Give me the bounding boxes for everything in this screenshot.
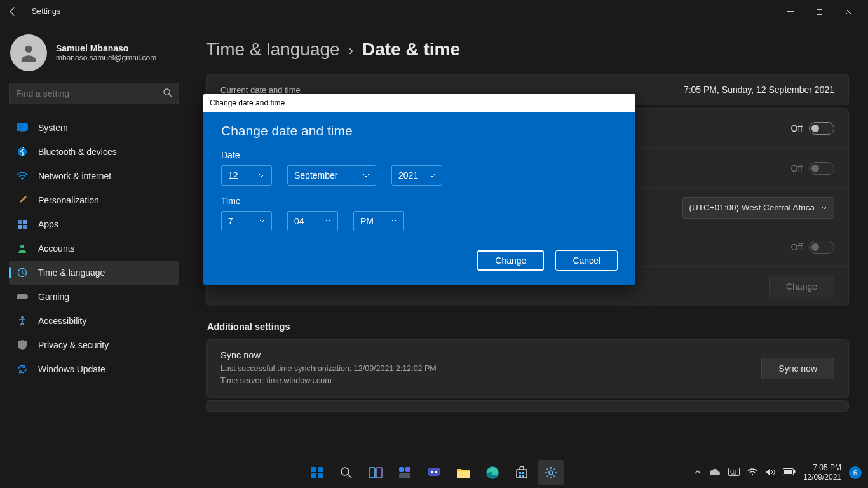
minute-select[interactable]: 04 bbox=[287, 211, 338, 231]
user-email: mbanaso.samuel@gmail.com bbox=[56, 53, 156, 62]
dialog-titlebar: Change date and time bbox=[203, 94, 635, 112]
svg-rect-33 bbox=[519, 475, 521, 477]
chat[interactable] bbox=[421, 460, 447, 485]
profile[interactable]: Samuel Mbanaso mbanaso.samuel@gmail.com bbox=[10, 34, 187, 71]
change-button[interactable]: Change bbox=[769, 276, 834, 297]
taskbar: 7:05 PM 12/09/2021 6 bbox=[0, 458, 868, 488]
keyboard-icon[interactable] bbox=[728, 468, 740, 478]
widgets[interactable] bbox=[392, 460, 417, 485]
svg-point-11 bbox=[20, 245, 24, 248]
nav-privacy[interactable]: Privacy & security bbox=[9, 333, 179, 357]
hour-select[interactable]: 7 bbox=[221, 211, 272, 231]
dialog-heading: Change date and time bbox=[221, 123, 618, 139]
nav-label: Accounts bbox=[38, 243, 75, 254]
svg-point-26 bbox=[431, 471, 433, 473]
window-title: Settings bbox=[32, 7, 60, 16]
svg-rect-30 bbox=[517, 470, 527, 478]
chevron-down-icon bbox=[429, 172, 435, 179]
maximize-button[interactable] bbox=[804, 1, 834, 22]
taskbar-search[interactable] bbox=[334, 460, 359, 485]
ampm-select[interactable]: PM bbox=[353, 211, 404, 231]
chevron-down-icon bbox=[325, 218, 331, 224]
day-select[interactable]: 12 bbox=[221, 165, 272, 186]
edge-browser[interactable] bbox=[480, 460, 505, 485]
nav-label: Gaming bbox=[38, 292, 69, 302]
nav-windows-update[interactable]: Windows Update bbox=[9, 357, 179, 381]
svg-rect-4 bbox=[20, 132, 25, 133]
date-label: Date bbox=[221, 150, 618, 160]
chevron-down-icon bbox=[821, 205, 827, 211]
nav-time-language[interactable]: Time & language bbox=[9, 261, 179, 285]
nav-label: Personalization bbox=[38, 195, 99, 205]
volume-icon[interactable] bbox=[765, 468, 775, 478]
nav-label: Windows Update bbox=[38, 364, 105, 374]
battery-icon[interactable] bbox=[783, 468, 796, 477]
sync-card: Sync now Last successful time synchroniz… bbox=[206, 339, 849, 398]
svg-rect-16 bbox=[318, 467, 323, 472]
timezone-select[interactable]: (UTC+01:00) West Central Africa bbox=[682, 197, 834, 219]
svg-rect-24 bbox=[399, 473, 410, 478]
apps-icon bbox=[17, 219, 28, 230]
nav-label: Privacy & security bbox=[38, 340, 109, 350]
settings-app[interactable] bbox=[538, 460, 564, 485]
notification-badge[interactable]: 6 bbox=[849, 466, 862, 479]
gamepad-icon bbox=[17, 291, 28, 302]
content: Time & language › Date & time Current da… bbox=[191, 23, 868, 458]
sync-now-button[interactable]: Sync now bbox=[761, 358, 834, 379]
svg-rect-0 bbox=[817, 9, 822, 14]
search-box[interactable] bbox=[9, 83, 179, 104]
minimize-button[interactable] bbox=[775, 1, 804, 22]
tray-datetime[interactable]: 7:05 PM 12/09/2021 bbox=[803, 463, 841, 482]
nav-label: Accessibility bbox=[38, 316, 86, 326]
svg-point-37 bbox=[752, 473, 753, 475]
tray-overflow[interactable] bbox=[694, 468, 702, 478]
svg-point-27 bbox=[435, 471, 437, 473]
chevron-right-icon: › bbox=[349, 43, 353, 59]
back-button[interactable] bbox=[5, 4, 20, 19]
svg-rect-31 bbox=[519, 472, 521, 474]
svg-rect-28 bbox=[457, 471, 470, 478]
microsoft-store[interactable] bbox=[509, 460, 534, 485]
year-select[interactable]: 2021 bbox=[391, 165, 442, 186]
page-title: Date & time bbox=[362, 39, 460, 60]
current-datetime-label: Current date and time bbox=[220, 85, 301, 95]
svg-rect-13 bbox=[17, 294, 28, 299]
breadcrumb-category[interactable]: Time & language bbox=[206, 39, 340, 60]
user-name: Samuel Mbanaso bbox=[56, 43, 156, 53]
nav-label: Time & language bbox=[38, 268, 105, 278]
svg-rect-32 bbox=[522, 472, 524, 474]
nav-label: Apps bbox=[38, 219, 58, 229]
svg-rect-3 bbox=[17, 124, 28, 131]
task-view[interactable] bbox=[363, 460, 388, 485]
svg-rect-25 bbox=[428, 468, 440, 476]
svg-rect-7 bbox=[18, 220, 22, 224]
sync-line2: Time server: time.windows.com bbox=[220, 375, 437, 387]
auto-time-toggle[interactable]: Off bbox=[791, 122, 834, 135]
search-input[interactable] bbox=[16, 88, 163, 98]
tray-wifi-icon[interactable] bbox=[747, 468, 757, 478]
nav-label: Network & internet bbox=[38, 171, 111, 181]
account-icon bbox=[17, 243, 28, 254]
file-explorer[interactable] bbox=[451, 460, 476, 485]
nav-apps[interactable]: Apps bbox=[9, 212, 179, 236]
start-button[interactable] bbox=[304, 460, 330, 485]
nav-personalization[interactable]: Personalization bbox=[9, 188, 179, 212]
svg-point-1 bbox=[25, 46, 32, 53]
nav-bluetooth[interactable]: Bluetooth & devices bbox=[9, 140, 179, 164]
svg-point-14 bbox=[21, 316, 24, 319]
person-icon bbox=[18, 42, 39, 64]
close-button[interactable] bbox=[834, 1, 863, 22]
svg-rect-20 bbox=[369, 468, 375, 478]
dialog-cancel-button[interactable]: Cancel bbox=[555, 250, 618, 271]
nav-gaming[interactable]: Gaming bbox=[9, 285, 179, 309]
sync-title: Sync now bbox=[220, 350, 437, 360]
nav-accessibility[interactable]: Accessibility bbox=[9, 309, 179, 333]
nav-network[interactable]: Network & internet bbox=[9, 164, 179, 188]
nav-system[interactable]: System bbox=[9, 116, 179, 140]
onedrive-icon[interactable] bbox=[709, 468, 721, 478]
month-select[interactable]: September bbox=[287, 165, 376, 186]
chevron-down-icon bbox=[363, 172, 369, 179]
search-icon bbox=[163, 88, 172, 100]
nav-accounts[interactable]: Accounts bbox=[9, 236, 179, 261]
dialog-change-button[interactable]: Change bbox=[477, 250, 544, 271]
